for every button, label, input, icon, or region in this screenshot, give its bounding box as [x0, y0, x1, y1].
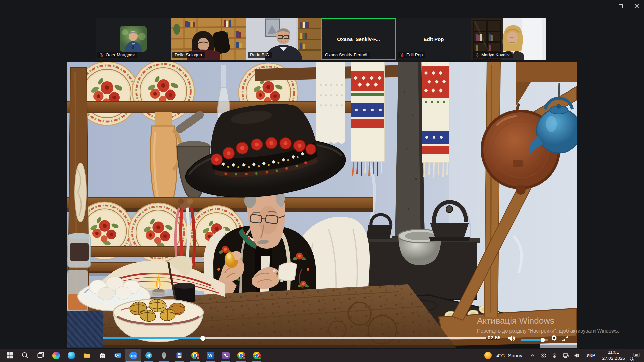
notification-center[interactable]: 1: [629, 349, 644, 362]
participant-name: Mariya Kovaliv: [481, 52, 510, 57]
legacy-app-icon[interactable]: [156, 349, 172, 362]
name-label: Delia Suiogan: [172, 52, 205, 58]
zoom-tray-icon[interactable]: [540, 353, 547, 358]
video-progress-bar[interactable]: [103, 337, 486, 339]
name-label: Mariya Kovaliv: [473, 52, 513, 58]
start-button[interactable]: [2, 349, 17, 362]
embroidered-towel-right: [422, 62, 449, 178]
time-remaining: -02:55: [486, 335, 500, 340]
hidden-icons-chevron[interactable]: [530, 353, 535, 358]
mic-muted-icon: [400, 53, 405, 57]
sunny-weather-icon: [484, 352, 492, 359]
progress-fill: [103, 337, 203, 339]
keyboard-language[interactable]: УКР: [583, 353, 599, 358]
volume-slider[interactable]: [521, 339, 548, 341]
participant-tile-oxana[interactable]: Oxana Senkiv-F... Oxana Senkiv-Fertadi: [321, 18, 396, 60]
black-cup: [174, 283, 195, 302]
settings-gear-icon[interactable]: [550, 335, 557, 342]
participant-tile-delia[interactable]: Delia Suiogan: [171, 18, 246, 60]
weather-condition: Sunny: [508, 353, 522, 358]
zoom-icon-label: zm: [131, 354, 136, 357]
task-view-button[interactable]: [33, 349, 48, 362]
clock-date: 27.02.2026: [602, 355, 625, 361]
participant-name: Radu BIG: [250, 52, 269, 57]
clock-time: 11:01: [602, 349, 625, 355]
participant-name: Oxana Senkiv-Fertadi: [325, 52, 367, 57]
copilot-icon[interactable]: [48, 349, 64, 362]
taskbar-tray-area: -4°C Sunny УКР 11:01 27.02.2026: [480, 349, 644, 362]
exit-fullscreen-icon[interactable]: [562, 335, 569, 342]
embroidered-towel-left: [351, 62, 384, 176]
participant-tile-mariya[interactable]: Mariya Kovaliv: [471, 18, 546, 60]
word-icon-label: W: [207, 352, 214, 359]
participant-name: Delia Suiogan: [175, 52, 202, 57]
volume-knob[interactable]: [541, 338, 545, 342]
candle: [143, 267, 174, 298]
word-icon[interactable]: W: [203, 349, 218, 362]
name-label: Oxana Senkiv-Fertadi: [323, 52, 370, 58]
microphone-tray-icon[interactable]: [552, 353, 557, 358]
name-label: Radu BIG: [248, 52, 272, 58]
mic-muted-icon: [100, 53, 104, 57]
chrome-profile-2-icon[interactable]: [233, 349, 249, 362]
system-tray: [526, 349, 583, 362]
edge-icon[interactable]: [64, 349, 79, 362]
participant-tile-radu[interactable]: Radu BIG: [246, 18, 321, 60]
participant-tile-edit[interactable]: Edit Pop Edit Pop: [396, 18, 471, 60]
participant-name: Олег Мандрик: [106, 52, 135, 57]
taskbar-apps: zm W: [0, 349, 264, 362]
chrome-profile-3-icon[interactable]: [249, 349, 264, 362]
zoom-meeting-window: Олег Мандрик: [0, 0, 644, 362]
name-label: Олег Мандрик: [97, 52, 137, 58]
name-label: Edit Pop: [398, 52, 425, 58]
progress-playhead[interactable]: [200, 336, 205, 341]
zoom-taskbar-icon[interactable]: zm: [125, 349, 141, 362]
restore-icon[interactable]: [618, 3, 623, 9]
outlook-icon[interactable]: [110, 349, 125, 362]
taskbar-clock[interactable]: 11:01 27.02.2026: [598, 349, 629, 361]
telegram-icon[interactable]: [141, 349, 156, 362]
shared-video-content[interactable]: -02:55: [67, 62, 577, 348]
participant-tile-oleg[interactable]: Олег Мандрик: [96, 18, 171, 60]
video-corner-logo: [67, 311, 103, 347]
volume-fill: [521, 339, 543, 341]
video-scene: [67, 62, 577, 348]
chrome-profile-1-icon[interactable]: [187, 349, 203, 362]
floppy-app-icon[interactable]: [172, 349, 187, 362]
window-controls: [602, 3, 639, 9]
weather-widget[interactable]: -4°C Sunny: [480, 349, 526, 362]
viber-icon[interactable]: [218, 349, 233, 362]
notification-badge: 1: [630, 356, 635, 361]
search-button[interactable]: [17, 349, 33, 362]
mic-muted-icon: [475, 53, 480, 57]
weather-temperature: -4°C: [495, 353, 505, 358]
close-icon[interactable]: [634, 3, 639, 9]
speaker-icon[interactable]: [507, 335, 515, 342]
participant-name: Edit Pop: [406, 52, 423, 57]
lace-towel: [316, 62, 345, 144]
windows-taskbar: zm W: [0, 349, 644, 362]
volume-tray-icon[interactable]: [574, 353, 580, 358]
file-explorer-icon[interactable]: [79, 349, 95, 362]
participant-strip: Олег Мандрик: [96, 18, 546, 60]
microsoft-store-icon[interactable]: [95, 349, 110, 362]
network-display-tray-icon[interactable]: [562, 353, 569, 358]
minimize-icon[interactable]: [602, 3, 607, 9]
